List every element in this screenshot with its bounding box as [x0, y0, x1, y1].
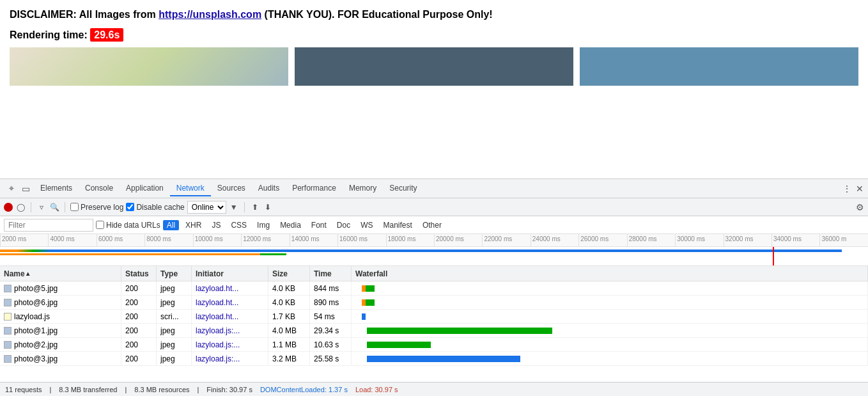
- rendering-value: 29.6s: [90, 28, 123, 42]
- rendering-time: Rendering time: 29.6s: [10, 29, 858, 41]
- page-content: DISCLAIMER: All Images from https://unsp…: [0, 0, 868, 92]
- image-strip: [10, 47, 858, 86]
- image-2: [295, 47, 573, 86]
- image-1: [10, 47, 288, 86]
- disclaimer-suffix: (THANK YOU). FOR Educational Purpose Onl…: [261, 9, 493, 20]
- image-3: [580, 47, 858, 86]
- disclaimer-text: DISCLAIMER: All Images from: [10, 9, 159, 20]
- disclaimer: DISCLAIMER: All Images from https://unsp…: [10, 6, 858, 23]
- rendering-label: Rendering time:: [10, 29, 88, 40]
- unsplash-link[interactable]: https://unsplash.com: [159, 9, 261, 20]
